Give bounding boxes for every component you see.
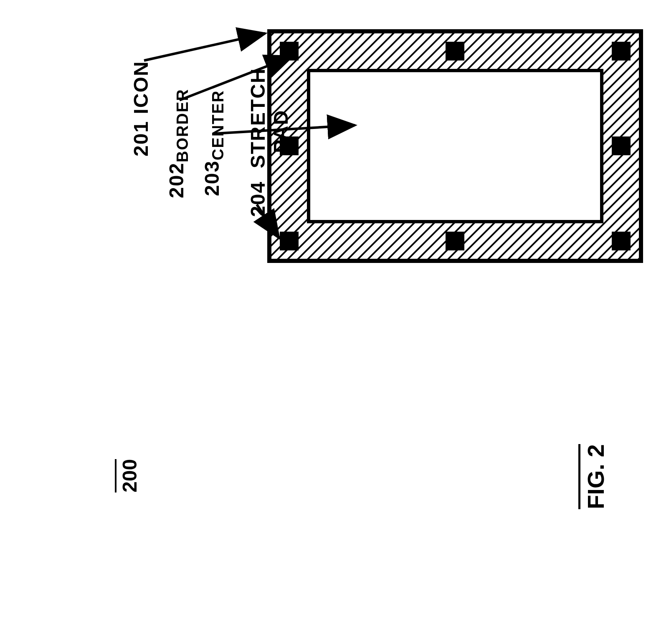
stretch-pad-top-mid	[446, 42, 464, 61]
label-border-text: 202	[165, 162, 187, 198]
label-stretch-pad-ref: 204	[247, 181, 269, 217]
icon-diagram	[267, 29, 643, 263]
label-center-text: 203	[201, 160, 223, 196]
stretch-pad-mid-right	[612, 136, 631, 155]
stretch-pad-mid-left	[280, 136, 299, 155]
label-ref-200: 200	[115, 459, 141, 492]
label-border: 202BORDER	[165, 88, 192, 198]
label-icon: 201 ICON	[129, 61, 152, 157]
svg-line-2	[144, 33, 265, 61]
center-rect	[307, 69, 603, 223]
stretch-pad-top-right	[612, 42, 631, 61]
stretch-pad-bottom-right	[612, 232, 631, 250]
stretch-pad-top-left	[280, 42, 299, 61]
stretch-pad-bottom-mid	[446, 232, 464, 250]
label-center: 203CENTER	[200, 90, 227, 196]
stretch-pad-bottom-left	[280, 232, 299, 250]
figure-label: FIG. 2	[578, 444, 609, 509]
